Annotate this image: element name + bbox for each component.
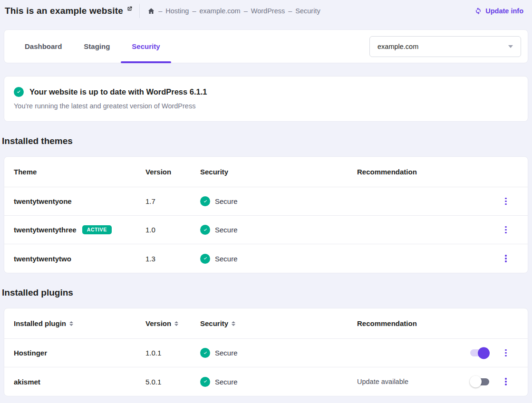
breadcrumb-item-wordpress[interactable]: WordPress [251,7,285,15]
home-icon[interactable] [147,7,155,15]
theme-name: twentytwentyone [14,197,145,205]
security-status: Secure [200,377,357,387]
theme-name: twentytwentytwo [14,255,145,263]
plugin-version: 1.0.1 [145,349,200,357]
domain-select-value: example.com [377,43,418,50]
sort-icon [69,321,73,326]
update-info-label: Update info [485,7,523,15]
active-tab-underline [121,61,171,63]
plugins-table: Installed plugin Version Security Recomm… [4,308,528,396]
chevron-down-icon [508,45,513,48]
row-actions-kebab-menu[interactable] [499,194,513,209]
table-row-twentytwentyone: twentytwentyone 1.7 Secure [4,187,528,216]
row-actions-kebab-menu[interactable] [499,251,513,266]
theme-version: 1.3 [145,255,200,263]
domain-select[interactable]: example.com [369,36,521,57]
breadcrumb-item-domain[interactable]: example.com [199,7,240,15]
status-title: Your website is up to date with WordPres… [29,87,207,96]
plugin-enabled-toggle[interactable] [470,378,489,385]
plugin-enabled-toggle[interactable] [470,349,489,356]
column-recommendation: Recommendation [357,168,464,176]
table-row-twentytwentythree: twentytwentythree ACTIVE 1.0 Secure [4,216,528,244]
breadcrumb-separator: – [244,7,248,15]
column-version[interactable]: Version [145,319,200,327]
breadcrumb-item-hosting[interactable]: Hosting [165,7,189,15]
plugin-version: 5.0.1 [145,378,200,386]
external-link-icon[interactable] [126,6,133,12]
recommendation-cell: Update available [357,378,464,385]
status-subtitle: You're running the latest and greatest v… [14,102,518,110]
secure-check-icon [200,377,210,387]
sort-icon [174,321,178,326]
page-title: This is an example website [5,6,123,16]
column-security[interactable]: Security [200,319,357,327]
breadcrumb: – Hosting – example.com – WordPress – Se… [147,7,320,15]
security-status: Secure [200,196,357,206]
theme-version: 1.0 [145,226,200,234]
themes-table: Theme Version Security Recommendation tw… [4,156,528,273]
column-security: Security [200,168,357,176]
column-version: Version [145,168,200,176]
theme-version: 1.7 [145,197,200,205]
themes-heading: Installed themes [2,136,532,146]
plugins-table-header: Installed plugin Version Security Recomm… [4,308,528,339]
update-info-button[interactable]: Update info [474,7,523,15]
table-row-hostinger: Hostinger 1.0.1 Secure [4,339,528,367]
top-header: This is an example website – Hosting – e… [0,0,532,22]
table-row-twentytwentytwo: twentytwentytwo 1.3 Secure [4,244,528,273]
theme-name: twentytwentythree ACTIVE [14,225,145,234]
tab-label: Dashboard [25,42,62,50]
column-theme: Theme [14,168,145,176]
security-status: Secure [200,225,357,235]
column-installed-plugin[interactable]: Installed plugin [14,319,145,327]
refresh-icon [474,7,482,15]
wordpress-status-card: Your website is up to date with WordPres… [4,76,528,122]
tab-label: Staging [84,42,110,50]
sort-icon [232,321,235,326]
secure-check-icon [200,196,210,206]
tab-bar: Dashboard Staging Security example.com [4,29,528,63]
plugins-heading: Installed plugins [2,288,532,298]
security-status: Secure [200,254,357,264]
check-circle-icon [14,87,24,97]
secure-check-icon [200,348,210,358]
row-actions-kebab-menu[interactable] [499,374,513,389]
tab-label: Security [132,42,160,50]
secure-check-icon [200,254,210,264]
breadcrumb-separator: – [192,7,196,15]
breadcrumb-separator: – [158,7,162,15]
row-actions-kebab-menu[interactable] [499,223,513,237]
row-actions-kebab-menu[interactable] [499,346,513,360]
tab-security[interactable]: Security [121,30,171,63]
tab-staging[interactable]: Staging [73,30,121,63]
active-badge: ACTIVE [82,225,112,234]
tab-dashboard[interactable]: Dashboard [14,30,73,63]
secure-check-icon [200,225,210,235]
themes-table-header: Theme Version Security Recommendation [4,157,528,187]
table-row-akismet: akismet 5.0.1 Secure Update available [4,367,528,396]
security-status: Secure [200,348,357,358]
plugin-name: akismet [14,378,145,386]
column-recommendation: Recommendation [357,319,464,327]
header-divider [139,4,140,18]
breadcrumb-item-security[interactable]: Security [295,7,320,15]
breadcrumb-separator: – [288,7,292,15]
plugin-name: Hostinger [14,349,145,357]
